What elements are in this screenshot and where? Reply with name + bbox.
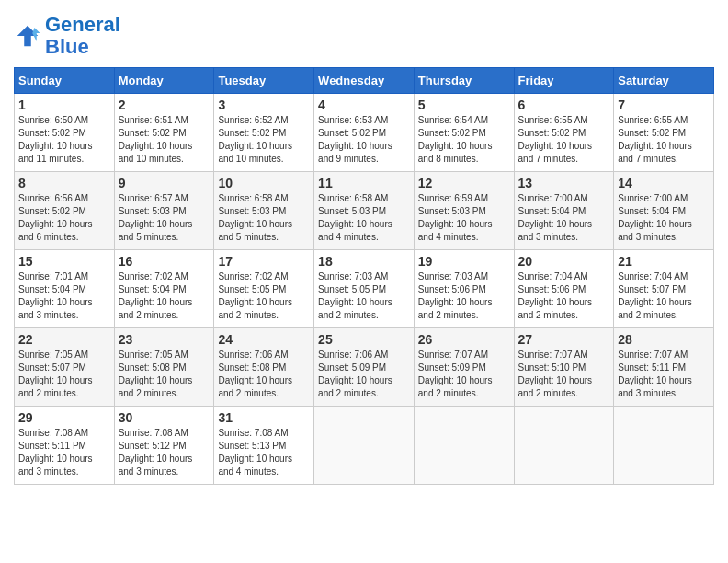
weekday-header-tuesday: Tuesday: [214, 68, 314, 94]
day-number: 21: [618, 254, 710, 269]
day-number: 6: [518, 98, 610, 112]
day-info: Sunrise: 6:50 AM Sunset: 5:02 PM Dayligh…: [18, 114, 110, 166]
day-info: Sunrise: 7:07 AM Sunset: 5:10 PM Dayligh…: [518, 349, 610, 400]
calendar-cell: 15Sunrise: 7:01 AM Sunset: 5:04 PM Dayli…: [15, 250, 115, 328]
day-info: Sunrise: 7:03 AM Sunset: 5:05 PM Dayligh…: [318, 270, 410, 322]
day-number: 18: [318, 254, 410, 269]
day-number: 8: [18, 176, 110, 190]
calendar-cell: 20Sunrise: 7:04 AM Sunset: 5:06 PM Dayli…: [514, 250, 614, 328]
day-info: Sunrise: 6:56 AM Sunset: 5:02 PM Dayligh…: [18, 192, 110, 244]
day-info: Sunrise: 6:57 AM Sunset: 5:03 PM Dayligh…: [119, 192, 210, 244]
day-number: 2: [119, 98, 210, 112]
calendar-cell: 10Sunrise: 6:58 AM Sunset: 5:03 PM Dayli…: [214, 172, 314, 250]
calendar-cell: 8Sunrise: 6:56 AM Sunset: 5:02 PM Daylig…: [15, 172, 115, 250]
day-info: Sunrise: 7:04 AM Sunset: 5:07 PM Dayligh…: [618, 270, 710, 322]
logo: General Blue: [14, 14, 120, 58]
calendar-cell: 22Sunrise: 7:05 AM Sunset: 5:07 PM Dayli…: [15, 328, 115, 407]
day-info: Sunrise: 6:54 AM Sunset: 5:02 PM Dayligh…: [418, 114, 510, 166]
day-number: 24: [218, 332, 310, 347]
day-number: 10: [218, 176, 310, 190]
day-number: 25: [318, 332, 410, 347]
day-info: Sunrise: 6:53 AM Sunset: 5:02 PM Dayligh…: [318, 114, 410, 166]
day-info: Sunrise: 7:02 AM Sunset: 5:05 PM Dayligh…: [218, 270, 310, 322]
day-number: 19: [418, 254, 510, 269]
week-row-4: 22Sunrise: 7:05 AM Sunset: 5:07 PM Dayli…: [15, 328, 714, 407]
calendar-cell: 27Sunrise: 7:07 AM Sunset: 5:10 PM Dayli…: [514, 328, 614, 407]
day-number: 11: [318, 176, 410, 190]
calendar-cell: 24Sunrise: 7:06 AM Sunset: 5:08 PM Dayli…: [214, 328, 314, 407]
day-info: Sunrise: 7:04 AM Sunset: 5:06 PM Dayligh…: [518, 270, 610, 322]
calendar-cell: 1Sunrise: 6:50 AM Sunset: 5:02 PM Daylig…: [15, 94, 115, 172]
calendar-cell: 3Sunrise: 6:52 AM Sunset: 5:02 PM Daylig…: [214, 94, 314, 172]
calendar-cell: 4Sunrise: 6:53 AM Sunset: 5:02 PM Daylig…: [314, 94, 415, 172]
day-number: 22: [18, 332, 110, 347]
calendar-cell: 19Sunrise: 7:03 AM Sunset: 5:06 PM Dayli…: [414, 250, 514, 328]
day-info: Sunrise: 7:07 AM Sunset: 5:09 PM Dayligh…: [418, 349, 510, 400]
day-number: 20: [518, 254, 610, 269]
day-info: Sunrise: 7:08 AM Sunset: 5:12 PM Dayligh…: [119, 427, 210, 478]
day-number: 1: [18, 98, 110, 112]
calendar-cell: [414, 407, 514, 485]
day-info: Sunrise: 7:08 AM Sunset: 5:13 PM Dayligh…: [218, 427, 310, 478]
day-info: Sunrise: 7:06 AM Sunset: 5:08 PM Dayligh…: [218, 349, 310, 400]
day-number: 30: [119, 410, 210, 425]
calendar-cell: 18Sunrise: 7:03 AM Sunset: 5:05 PM Dayli…: [314, 250, 415, 328]
calendar-body: 1Sunrise: 6:50 AM Sunset: 5:02 PM Daylig…: [15, 94, 714, 485]
weekday-header-thursday: Thursday: [414, 68, 514, 94]
calendar-cell: [514, 407, 614, 485]
day-info: Sunrise: 7:05 AM Sunset: 5:07 PM Dayligh…: [18, 349, 110, 400]
calendar-cell: 7Sunrise: 6:55 AM Sunset: 5:02 PM Daylig…: [614, 94, 714, 172]
day-info: Sunrise: 7:07 AM Sunset: 5:11 PM Dayligh…: [618, 349, 710, 400]
day-info: Sunrise: 6:55 AM Sunset: 5:02 PM Dayligh…: [518, 114, 610, 166]
day-info: Sunrise: 7:08 AM Sunset: 5:11 PM Dayligh…: [18, 427, 110, 478]
day-number: 14: [618, 176, 710, 190]
day-info: Sunrise: 7:03 AM Sunset: 5:06 PM Dayligh…: [418, 270, 510, 322]
calendar-cell: 30Sunrise: 7:08 AM Sunset: 5:12 PM Dayli…: [114, 407, 214, 485]
calendar-cell: [314, 407, 415, 485]
weekday-header-saturday: Saturday: [614, 68, 714, 94]
weekday-header-friday: Friday: [514, 68, 614, 94]
calendar-cell: 5Sunrise: 6:54 AM Sunset: 5:02 PM Daylig…: [414, 94, 514, 172]
day-info: Sunrise: 6:51 AM Sunset: 5:02 PM Dayligh…: [119, 114, 210, 166]
week-row-3: 15Sunrise: 7:01 AM Sunset: 5:04 PM Dayli…: [15, 250, 714, 328]
header: General Blue: [14, 14, 714, 58]
calendar-cell: 16Sunrise: 7:02 AM Sunset: 5:04 PM Dayli…: [114, 250, 214, 328]
calendar-cell: 6Sunrise: 6:55 AM Sunset: 5:02 PM Daylig…: [514, 94, 614, 172]
day-number: 31: [218, 410, 310, 425]
weekday-header-monday: Monday: [114, 68, 214, 94]
day-number: 5: [418, 98, 510, 112]
day-number: 29: [18, 410, 110, 425]
weekday-row: SundayMondayTuesdayWednesdayThursdayFrid…: [15, 68, 714, 94]
day-info: Sunrise: 6:59 AM Sunset: 5:03 PM Dayligh…: [418, 192, 510, 244]
day-info: Sunrise: 7:01 AM Sunset: 5:04 PM Dayligh…: [18, 270, 110, 322]
calendar-cell: 21Sunrise: 7:04 AM Sunset: 5:07 PM Dayli…: [614, 250, 714, 328]
day-number: 7: [618, 98, 710, 112]
day-number: 23: [119, 332, 210, 347]
calendar-cell: 17Sunrise: 7:02 AM Sunset: 5:05 PM Dayli…: [214, 250, 314, 328]
day-number: 3: [218, 98, 310, 112]
day-number: 26: [418, 332, 510, 347]
day-info: Sunrise: 6:55 AM Sunset: 5:02 PM Dayligh…: [618, 114, 710, 166]
day-number: 9: [119, 176, 210, 190]
day-number: 13: [518, 176, 610, 190]
calendar-cell: 25Sunrise: 7:06 AM Sunset: 5:09 PM Dayli…: [314, 328, 415, 407]
week-row-5: 29Sunrise: 7:08 AM Sunset: 5:11 PM Dayli…: [15, 407, 714, 485]
logo-icon: [14, 22, 41, 50]
calendar-cell: 26Sunrise: 7:07 AM Sunset: 5:09 PM Dayli…: [414, 328, 514, 407]
calendar-header: SundayMondayTuesdayWednesdayThursdayFrid…: [15, 68, 714, 94]
day-number: 27: [518, 332, 610, 347]
weekday-header-wednesday: Wednesday: [314, 68, 415, 94]
calendar-cell: 29Sunrise: 7:08 AM Sunset: 5:11 PM Dayli…: [15, 407, 115, 485]
day-info: Sunrise: 6:52 AM Sunset: 5:02 PM Dayligh…: [218, 114, 310, 166]
day-number: 12: [418, 176, 510, 190]
week-row-2: 8Sunrise: 6:56 AM Sunset: 5:02 PM Daylig…: [15, 172, 714, 250]
calendar-cell: 14Sunrise: 7:00 AM Sunset: 5:04 PM Dayli…: [614, 172, 714, 250]
calendar-cell: 28Sunrise: 7:07 AM Sunset: 5:11 PM Dayli…: [614, 328, 714, 407]
calendar-cell: 31Sunrise: 7:08 AM Sunset: 5:13 PM Dayli…: [214, 407, 314, 485]
day-info: Sunrise: 6:58 AM Sunset: 5:03 PM Dayligh…: [218, 192, 310, 244]
week-row-1: 1Sunrise: 6:50 AM Sunset: 5:02 PM Daylig…: [15, 94, 714, 172]
calendar-cell: 13Sunrise: 7:00 AM Sunset: 5:04 PM Dayli…: [514, 172, 614, 250]
weekday-header-sunday: Sunday: [15, 68, 115, 94]
day-number: 4: [318, 98, 410, 112]
calendar-cell: 12Sunrise: 6:59 AM Sunset: 5:03 PM Dayli…: [414, 172, 514, 250]
